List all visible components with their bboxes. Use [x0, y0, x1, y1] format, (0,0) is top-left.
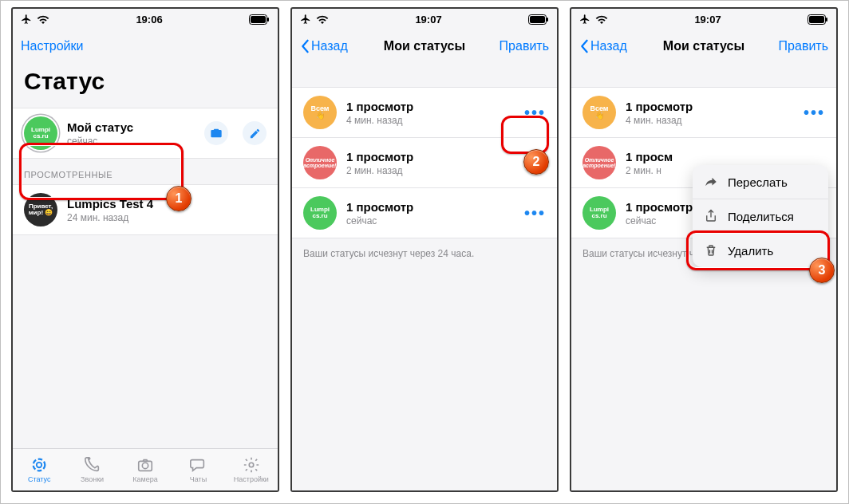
share-action[interactable]: Поделиться	[693, 199, 828, 234]
tab-bar: Статус Звонки Камера Чаты Настройки	[13, 448, 278, 490]
viewed-status-row[interactable]: Привет, мир! 😄 Lumpics Test 4 24 мин. на…	[13, 184, 278, 235]
svg-rect-10	[547, 18, 548, 22]
delete-action[interactable]: Удалить	[693, 234, 828, 267]
status-entry[interactable]: Всем 👋 1 просмотр4 мин. назад •••	[571, 87, 836, 138]
battery-icon	[528, 14, 549, 25]
nav-bar: Настройки	[13, 30, 278, 63]
status-thumb: Всем 👋	[582, 96, 616, 129]
footer-note: Ваши статусы исчезнут через 24 часа.	[292, 238, 557, 269]
chevron-left-icon	[579, 39, 589, 53]
clock: 19:06	[136, 14, 162, 26]
nav-bar: Назад Мои статусы Править	[571, 30, 836, 63]
status-bar: 19:06	[13, 9, 278, 30]
my-status-sub: сейчас	[67, 136, 204, 147]
camera-tab-icon	[136, 456, 154, 474]
chevron-left-icon	[300, 39, 310, 53]
back-button[interactable]: Назад	[300, 39, 348, 53]
tab-calls[interactable]: Звонки	[65, 449, 118, 490]
svg-rect-1	[251, 16, 266, 23]
share-icon	[704, 209, 718, 223]
edit-button[interactable]: Править	[500, 39, 549, 53]
viewed-title: Lumpics Test 4	[67, 197, 267, 211]
wifi-icon	[316, 14, 329, 24]
tab-camera[interactable]: Камера	[119, 449, 172, 490]
forward-icon	[704, 175, 718, 189]
calls-tab-icon	[84, 456, 101, 474]
svg-point-4	[37, 463, 41, 467]
status-entry[interactable]: Lumpi cs.ru 1 просмотрсейчас •••	[292, 188, 557, 238]
battery-icon	[808, 14, 828, 25]
trash-icon	[704, 243, 718, 258]
clock: 19:07	[415, 14, 441, 26]
wifi-icon	[595, 14, 608, 24]
settings-link[interactable]: Настройки	[21, 39, 83, 53]
battery-icon	[249, 14, 270, 25]
status-bar: 19:07	[571, 9, 836, 30]
nav-bar: Назад Мои статусы Править	[292, 30, 557, 63]
screen-my-statuses: 19:07 Назад Мои статусы Править Всем 👋 1…	[290, 7, 559, 492]
my-status-title: Мой статус	[67, 120, 204, 134]
page-title: Статус	[13, 63, 278, 108]
svg-rect-9	[530, 16, 545, 23]
clock: 19:07	[694, 14, 721, 26]
status-thumb: Отличное настроение!!!	[582, 146, 616, 179]
svg-point-7	[249, 463, 254, 467]
svg-point-6	[142, 463, 148, 468]
airplane-icon	[21, 14, 32, 25]
camera-status-button[interactable]	[204, 121, 228, 145]
chats-tab-icon	[189, 456, 207, 474]
viewed-thumb: Привет, мир! 😄	[24, 193, 57, 226]
wifi-icon	[37, 14, 49, 24]
status-entry[interactable]: Отличное настроение!!! 1 просмотр2 мин. …	[292, 138, 557, 188]
tab-chats[interactable]: Чаты	[172, 449, 224, 490]
svg-rect-12	[809, 16, 824, 23]
edit-button[interactable]: Править	[779, 39, 828, 53]
status-thumb: Lumpi cs.ru	[582, 196, 616, 230]
status-tab-icon	[30, 456, 48, 474]
airplane-icon	[300, 14, 311, 25]
my-status-row[interactable]: Lumpi cs.ru Мой статус сейчас	[13, 108, 278, 159]
forward-action[interactable]: Переслать	[693, 165, 828, 199]
screen-status-home: 19:06 Настройки Статус Lumpi cs.ru Мой с…	[11, 7, 279, 492]
status-thumb: Всем 👋	[303, 96, 337, 129]
airplane-icon	[579, 14, 590, 25]
svg-point-3	[34, 459, 45, 471]
action-sheet: Переслать Поделиться Удалить	[693, 165, 828, 267]
my-status-thumb: Lumpi cs.ru	[24, 116, 57, 150]
tab-status[interactable]: Статус	[13, 449, 65, 490]
svg-rect-13	[826, 18, 827, 22]
viewed-sub: 24 мин. назад	[67, 212, 267, 223]
pencil-status-button[interactable]	[243, 121, 267, 145]
status-bar: 19:07	[292, 9, 557, 30]
svg-rect-2	[267, 18, 269, 22]
tab-settings[interactable]: Настройки	[225, 449, 278, 490]
status-entry[interactable]: Всем 👋 1 просмотр4 мин. назад •••	[292, 87, 557, 138]
status-thumb: Отличное настроение!!!	[303, 146, 337, 179]
viewed-header: ПРОСМОТРЕННЫЕ	[13, 159, 278, 184]
screen-my-statuses-menu: 19:07 Назад Мои статусы Править Всем 👋 1…	[570, 7, 838, 492]
settings-tab-icon	[243, 456, 260, 474]
back-button[interactable]: Назад	[579, 39, 627, 53]
status-thumb: Lumpi cs.ru	[303, 196, 337, 230]
